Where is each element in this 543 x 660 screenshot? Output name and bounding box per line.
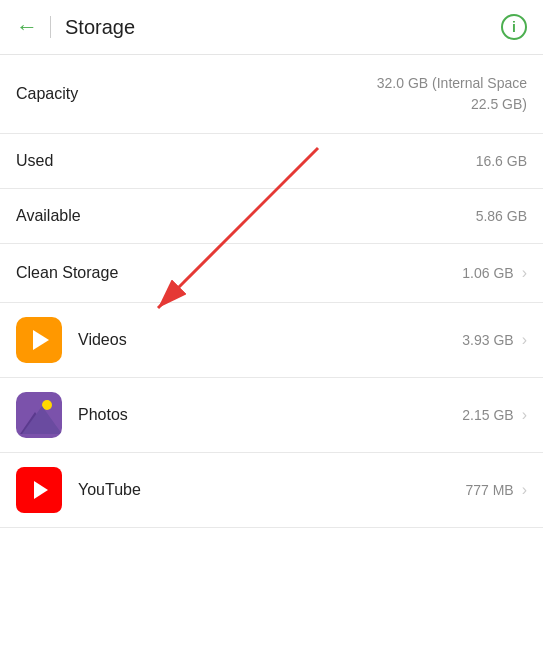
page-title: Storage: [65, 16, 501, 39]
available-label: Available: [16, 207, 476, 225]
chevron-right-icon: ›: [522, 264, 527, 282]
youtube-row[interactable]: YouTube 777 MB ›: [0, 453, 543, 528]
play-triangle-icon: [33, 330, 49, 350]
used-value: 16.6 GB: [476, 153, 527, 169]
info-icon[interactable]: i: [501, 14, 527, 40]
youtube-size: 777 MB: [465, 482, 513, 498]
clean-storage-row[interactable]: Clean Storage 1.06 GB ›: [0, 244, 543, 303]
clean-storage-value: 1.06 GB: [462, 265, 513, 281]
capacity-row: Capacity 32.0 GB (Internal Space 22.5 GB…: [0, 55, 543, 134]
videos-size: 3.93 GB: [462, 332, 513, 348]
used-label: Used: [16, 152, 476, 170]
youtube-icon: [16, 467, 62, 513]
photos-icon: [16, 392, 62, 438]
available-value: 5.86 GB: [476, 208, 527, 224]
header-divider: [50, 16, 51, 38]
clean-storage-label: Clean Storage: [16, 264, 462, 282]
header: ← Storage i: [0, 0, 543, 55]
youtube-chevron-icon: ›: [522, 481, 527, 499]
photos-row[interactable]: Photos 2.15 GB ›: [0, 378, 543, 453]
photos-size: 2.15 GB: [462, 407, 513, 423]
used-row: Used 16.6 GB: [0, 134, 543, 189]
back-icon[interactable]: ←: [16, 14, 38, 40]
capacity-label: Capacity: [16, 85, 377, 103]
mountain2-decoration: [22, 406, 62, 434]
videos-label: Videos: [78, 331, 462, 349]
available-row: Available 5.86 GB: [0, 189, 543, 244]
capacity-value: 32.0 GB (Internal Space 22.5 GB): [377, 73, 527, 115]
youtube-label: YouTube: [78, 481, 465, 499]
videos-icon: [16, 317, 62, 363]
youtube-play-icon: [34, 481, 48, 499]
videos-chevron-icon: ›: [522, 331, 527, 349]
photos-chevron-icon: ›: [522, 406, 527, 424]
photos-label: Photos: [78, 406, 462, 424]
photos-mountain-decoration: [16, 392, 62, 438]
videos-row[interactable]: Videos 3.93 GB ›: [0, 303, 543, 378]
